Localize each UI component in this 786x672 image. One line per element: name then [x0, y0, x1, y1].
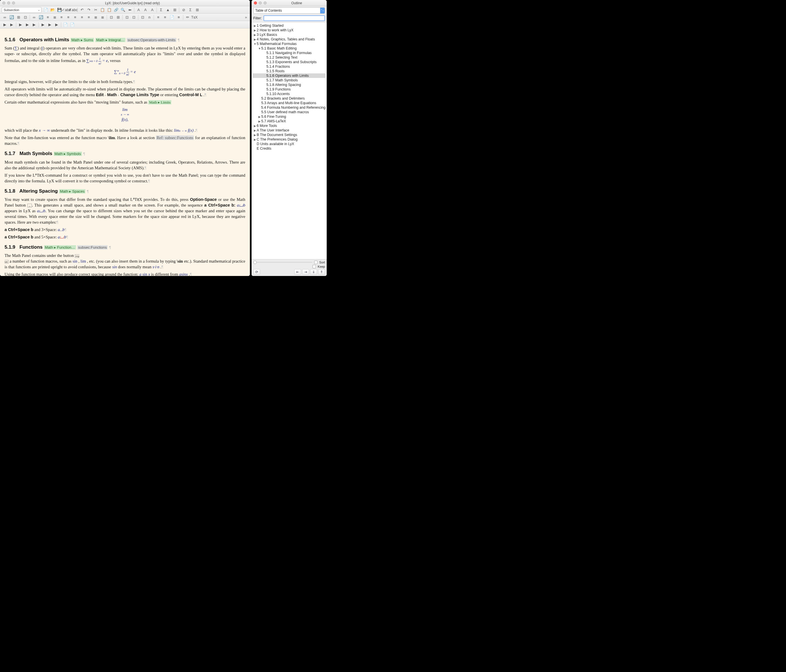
toolbar-button[interactable]: ✏ — [184, 14, 191, 20]
toc-item[interactable]: ▶3 LyX Basics — [253, 33, 325, 37]
close-dot[interactable] — [254, 2, 257, 5]
disclosure-arrow-icon[interactable]: ▶ — [253, 133, 257, 137]
toc-item[interactable]: 5.1.7 Math Symbols — [253, 78, 325, 83]
toolbar-button[interactable]: ▶ — [24, 22, 30, 28]
disclosure-arrow-icon[interactable]: ▶ — [253, 24, 257, 27]
toolbar-button[interactable]: 📄 — [69, 22, 75, 28]
toolbar-button[interactable]: ⊘ — [181, 7, 187, 13]
toolbar-button[interactable]: ≣ — [93, 14, 99, 20]
toolbar-button[interactable]: ▶ — [2, 22, 8, 28]
outline-type-select[interactable]: Table of Contents — [253, 8, 325, 14]
toolbar-button[interactable]: ▶ — [17, 22, 24, 28]
refresh-button[interactable]: ⟳ — [253, 269, 260, 275]
toolbar-button[interactable]: A — [142, 7, 149, 13]
toc-item[interactable]: ▶B The Document Settings — [253, 133, 325, 137]
filter-input[interactable] — [264, 16, 325, 21]
toolbar-button[interactable]: 📄 — [62, 22, 69, 28]
toc-item[interactable]: 5.1.8 Altering Spacing — [253, 83, 325, 87]
toc-item[interactable]: E Credits — [253, 146, 325, 151]
move-down-button[interactable]: ⇓ — [310, 269, 317, 275]
toolbar-button[interactable]: ⊡ — [108, 14, 115, 20]
toc-item[interactable]: ▼5.1 Basic Math Editing — [253, 46, 325, 51]
toolbar-button[interactable]: ▲ — [165, 7, 171, 13]
toc-item[interactable]: ▶5.7 AMS-LaTeX — [253, 119, 325, 124]
toc-item[interactable]: ▶1 Getting Started — [253, 24, 325, 28]
toolbar-button[interactable]: ▶ — [40, 22, 46, 28]
toolbar-button[interactable]: ≡ — [162, 14, 168, 20]
toc-item[interactable]: 5.1.2 Selecting Text — [253, 55, 325, 60]
toolbar-button[interactable]: 🔄 — [38, 14, 44, 20]
disclosure-arrow-icon[interactable]: ▶ — [258, 120, 261, 123]
toolbar-button[interactable]: ▶ — [31, 22, 37, 28]
disclosure-arrow-icon[interactable]: ▶ — [253, 138, 257, 141]
window-controls[interactable] — [2, 2, 15, 5]
toolbar-button[interactable]: ≡ — [176, 14, 182, 20]
toc-item[interactable]: 5.1.9 Functions — [253, 87, 325, 92]
toolbar-button[interactable]: ⊞ — [16, 14, 22, 20]
toolbar-button[interactable]: ⊡ — [140, 14, 146, 20]
zoom-dot[interactable] — [12, 2, 15, 5]
toc-item[interactable]: ▶A The User Interface — [253, 128, 325, 133]
document-area[interactable]: 5.1.6 Operators with Limits Math ▸ Sums … — [0, 28, 250, 276]
toolbar-button[interactable]: A — [135, 7, 142, 13]
toc-item[interactable]: 5.5 User defined math macros — [253, 110, 325, 115]
demote-button[interactable]: ⇥ — [302, 269, 309, 275]
toolbar-button[interactable]: ≡ — [65, 14, 71, 20]
toolbar-button[interactable]: ∞ — [2, 14, 8, 20]
min-dot[interactable] — [7, 2, 10, 5]
disclosure-arrow-icon[interactable]: ▼ — [258, 47, 261, 50]
toolbar-button[interactable]: 🔗 — [113, 7, 119, 13]
zoom-dot[interactable] — [264, 2, 267, 5]
toolbar-button[interactable]: 📂 — [50, 7, 56, 13]
toolbar-button[interactable]: 📄 — [169, 14, 175, 20]
depth-slider[interactable] — [253, 262, 313, 263]
toolbar-button[interactable]: ⊡ — [124, 14, 130, 20]
toolbar-button[interactable]: 📄 — [43, 7, 49, 13]
toc-item[interactable]: ▶6 More Tools — [253, 124, 325, 128]
toolbar-button[interactable]: 🔄 — [9, 14, 15, 20]
toolbar-button[interactable]: n — [146, 14, 152, 20]
toolbar-button[interactable]: ✗abc — [70, 7, 76, 13]
toolbar-button[interactable]: ⊞ — [194, 7, 200, 13]
toolbar-button[interactable]: Σ — [158, 7, 164, 13]
disclosure-arrow-icon[interactable]: ▶ — [253, 29, 257, 32]
min-dot[interactable] — [259, 2, 262, 5]
toolbar-button[interactable]: ≣ — [52, 14, 58, 20]
sort-checkbox[interactable] — [314, 261, 318, 264]
toolbar-button[interactable]: ≡ — [155, 14, 161, 20]
toc-item[interactable]: ▶C The Preferences Dialog — [253, 137, 325, 142]
toolbar-button[interactable]: ↶ — [79, 7, 85, 13]
disclosure-arrow-icon[interactable]: ▶ — [253, 33, 257, 36]
toc-item[interactable]: 5.1.4 Fractions — [253, 64, 325, 69]
disclosure-arrow-icon[interactable]: ▶ — [253, 129, 257, 132]
toc-item[interactable]: ▶5.6 Fine-Tuning — [253, 115, 325, 119]
toolbar-button[interactable]: ⊡ — [130, 14, 137, 20]
toolbar-button[interactable]: ≡ — [58, 14, 64, 20]
toolbar-button[interactable]: ⬅ — [127, 7, 133, 13]
move-up-button[interactable]: ⇑ — [318, 269, 325, 275]
window-controls[interactable] — [254, 2, 267, 5]
toc-item[interactable]: 5.2 Brackets and Delimiters — [253, 96, 325, 101]
disclosure-arrow-icon[interactable]: ▶ — [253, 124, 257, 127]
toolbar-button[interactable]: 📋 — [99, 7, 105, 13]
toolbar-button[interactable]: Σ — [187, 7, 193, 13]
toolbar-button[interactable]: ≡ — [79, 14, 85, 20]
disclosure-arrow-icon[interactable]: ▶ — [253, 38, 257, 41]
toc-item[interactable]: D Units available in LyX — [253, 142, 325, 146]
toc-item[interactable]: 5.4 Formula Numbering and Referencing — [253, 105, 325, 110]
disclosure-arrow-icon[interactable]: ▶ — [258, 115, 261, 118]
toc-item[interactable]: 5.1.1 Navigating in Formulas — [253, 51, 325, 55]
toc-tree[interactable]: ▶1 Getting Started▶2 How to work with Ly… — [252, 23, 327, 259]
toc-item[interactable]: 5.1.3 Exponents and Subscripts — [253, 60, 325, 64]
toolbar-button[interactable]: ≡ — [72, 14, 78, 20]
toolbar-button[interactable]: ≡ — [86, 14, 92, 20]
toc-item[interactable]: ▶2 How to work with LyX — [253, 28, 325, 33]
toolbar-button[interactable]: 📋 — [106, 7, 112, 13]
toolbar-button[interactable]: TᴇX — [191, 14, 198, 20]
toc-item[interactable]: 5.3 Arrays and Multi-line Equations — [253, 101, 325, 105]
toolbar-button[interactable]: ▶ — [53, 22, 60, 28]
disclosure-arrow-icon[interactable]: ▼ — [253, 42, 257, 46]
toolbar-button[interactable]: ⊞ — [171, 7, 178, 13]
toolbar-button[interactable]: ▶ — [9, 22, 15, 28]
toolbar-button[interactable]: ∞ — [31, 14, 37, 20]
